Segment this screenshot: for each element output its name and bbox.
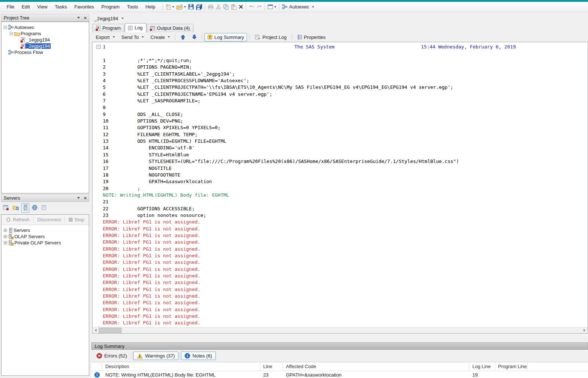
next-button[interactable] — [189, 33, 200, 41]
menu-help[interactable]: Help — [142, 3, 159, 11]
toolbar-separator — [246, 4, 246, 10]
copy-icon — [223, 4, 229, 10]
panel-menu-icon[interactable] — [77, 197, 80, 199]
expand-icon[interactable]: + — [4, 229, 7, 232]
scrollbar-thumb[interactable] — [99, 328, 121, 333]
column-header-description[interactable]: Description — [102, 362, 260, 371]
export-button[interactable]: Export — [93, 33, 118, 41]
open-folder-icon — [177, 4, 183, 10]
paste-button[interactable] — [230, 3, 237, 11]
log-view[interactable]: − 1 The SAS System 15:44 Wednesday, Febr… — [92, 42, 588, 334]
menu-program[interactable]: Program — [98, 3, 123, 11]
menu-edit[interactable]: Edit — [18, 3, 33, 11]
tab-program[interactable]: Program — [92, 24, 124, 32]
menu-favorites[interactable]: Favorites — [71, 3, 98, 11]
log-error-line: ERROR: Libref PG1 is not assigned. — [103, 259, 588, 266]
table-row[interactable]: NOTE: Writing HTML(EGHTML) Body file: EG… — [91, 371, 588, 378]
log-code-line: 19 GPATH=&sasworklocation — [103, 178, 588, 185]
project-node-autoexec[interactable]: −Autoexec — [2, 24, 88, 30]
collapse-icon[interactable]: − — [10, 32, 13, 35]
collapse-icon[interactable]: − — [4, 26, 7, 29]
globe-icon — [32, 205, 37, 210]
log-text: 1 ;*';*";*/;quit;run;2 OPTIONS PAGENO=MI… — [103, 57, 588, 328]
scroll-right-button[interactable] — [581, 327, 588, 333]
delete-button[interactable] — [237, 4, 244, 10]
create-button[interactable]: Create — [148, 33, 173, 41]
disconnect-button[interactable]: Disconnect — [35, 216, 63, 223]
document-title-bar[interactable]: _2egpg194 — [91, 14, 588, 23]
panel-menu-icon[interactable] — [77, 17, 80, 19]
list-view-button[interactable] — [40, 203, 48, 213]
project-node-process-flow[interactable]: Process Flow — [2, 49, 88, 55]
chevron-down-icon — [274, 6, 276, 8]
redo-button[interactable] — [255, 4, 263, 10]
column-header-line[interactable]: Line — [260, 362, 283, 371]
open-button[interactable] — [175, 4, 187, 10]
log-error-line: ERROR: Libref PG1 is not assigned. — [103, 219, 588, 225]
tree-item-label: Autoexec — [14, 25, 35, 30]
warnings-filter-button[interactable]: Warnings (37) — [133, 352, 178, 360]
cut-button[interactable] — [215, 3, 222, 10]
log-code-line: 21 — [103, 199, 588, 205]
project-node-programs[interactable]: −Programs — [2, 30, 88, 37]
expand-icon[interactable]: + — [4, 241, 7, 244]
project-node--1egpg194[interactable]: _1egpg194 — [2, 37, 88, 43]
refresh-button[interactable]: Refresh — [4, 216, 32, 223]
create-label: Create — [150, 34, 165, 40]
tab-output-data-4-[interactable]: Output Data (4) — [147, 24, 194, 32]
print-button[interactable] — [207, 4, 215, 10]
new-button[interactable] — [164, 3, 175, 11]
server-node-olap-servers[interactable]: +OLAP Servers — [2, 233, 88, 240]
server-node-private-olap-servers[interactable]: +Private OLAP Servers — [2, 240, 88, 246]
task-status-view-button[interactable] — [1, 204, 10, 213]
previous-button[interactable] — [178, 33, 188, 41]
project-tree: −Autoexec−Programs_1egpg194_2egpg194Proc… — [1, 22, 89, 58]
column-header-log-line[interactable]: Log Line — [469, 362, 495, 371]
internet-view-button[interactable] — [30, 203, 39, 213]
menu-tools[interactable]: Tools — [123, 3, 142, 11]
copy-button[interactable] — [222, 3, 230, 11]
properties-label: Properties — [304, 34, 326, 40]
tab-log[interactable]: Log — [125, 23, 146, 32]
cut-icon — [216, 4, 221, 10]
server-node-servers[interactable]: +Servers — [2, 227, 88, 233]
close-icon[interactable]: × — [84, 16, 87, 20]
new-document-icon — [166, 4, 171, 10]
collapse-icon[interactable]: − — [97, 45, 101, 49]
note-icon — [94, 372, 100, 378]
toolbar-separator — [292, 34, 292, 40]
log-page-number: 1 — [103, 44, 106, 50]
expand-icon[interactable]: + — [4, 235, 7, 238]
column-header-affected-code[interactable]: Affected Code — [283, 362, 469, 371]
horizontal-scrollbar[interactable] — [92, 327, 588, 333]
menu-file[interactable]: File — [3, 3, 18, 11]
project-log-icon — [255, 34, 261, 40]
program-icon — [20, 37, 25, 43]
save-button[interactable] — [187, 3, 195, 10]
stop-button[interactable]: Stop — [66, 216, 87, 223]
undo-button[interactable] — [248, 4, 255, 10]
paste-icon — [231, 4, 236, 10]
menu-bar: FileEditViewTasksFavoritesProgramToolsHe… — [3, 3, 159, 11]
files-view-button[interactable] — [11, 204, 20, 212]
properties-button[interactable]: Properties — [294, 33, 329, 41]
column-header-program-line[interactable]: Program Line — [495, 362, 527, 371]
tab-label: Program — [102, 25, 121, 31]
tree-item-label: OLAP Servers — [14, 234, 46, 239]
send-to-button[interactable]: Send To — [119, 33, 147, 41]
log-summary-toggle-button[interactable]: Log Summary — [204, 33, 247, 41]
project-log-button[interactable]: Project Log — [252, 33, 290, 41]
notes-filter-button[interactable]: Notes (6) — [181, 352, 215, 360]
menu-view[interactable]: View — [33, 3, 51, 11]
errors-filter-button[interactable]: Errors (52) — [93, 352, 131, 360]
save-all-button[interactable] — [195, 3, 203, 11]
window-layout-button[interactable] — [266, 4, 277, 10]
menu-tasks[interactable]: Tasks — [51, 3, 70, 11]
process-flow-selector[interactable]: Autoexec — [281, 3, 316, 10]
close-icon[interactable]: × — [84, 196, 87, 200]
servers-view-button[interactable] — [21, 203, 29, 213]
log-code-line: 20 ; — [103, 185, 588, 192]
scrollbar-track[interactable] — [121, 327, 581, 333]
project-node--2egpg194[interactable]: _2egpg194 — [2, 43, 88, 49]
scroll-left-button[interactable] — [92, 327, 99, 333]
